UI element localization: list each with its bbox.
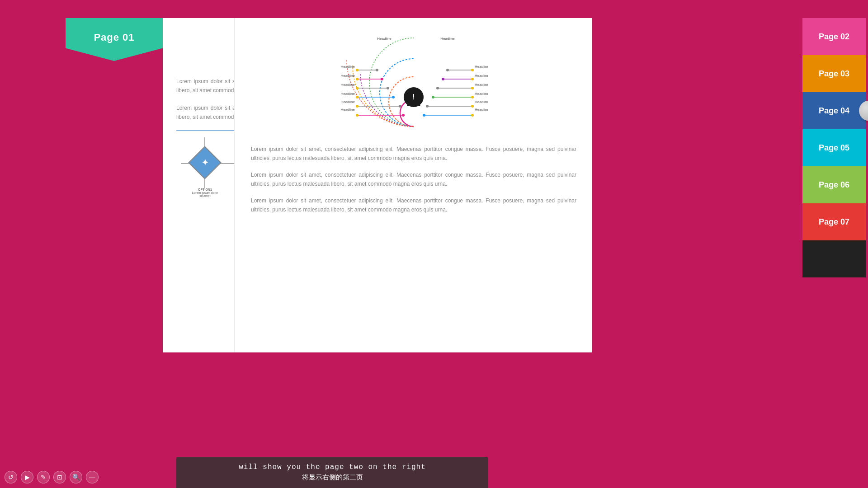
svg-point-29 (471, 96, 474, 99)
svg-text:Headline: Headline (475, 100, 488, 104)
svg-text:Headline: Headline (440, 37, 455, 41)
radial-svg: ! (339, 32, 488, 136)
svg-point-20 (376, 69, 378, 71)
svg-text:Headline: Headline (475, 74, 488, 78)
page01-tab[interactable]: Page 01 (66, 18, 163, 61)
svg-point-16 (356, 78, 359, 80)
svg-point-19 (356, 69, 359, 71)
svg-point-4 (356, 114, 359, 117)
svg-text:Headline: Headline (340, 74, 355, 78)
svg-point-31 (436, 87, 439, 89)
svg-text:Headline: Headline (340, 92, 355, 96)
scroll-knob[interactable] (859, 101, 868, 121)
svg-point-23 (471, 114, 474, 117)
tab-page04[interactable]: Page 04 (802, 92, 866, 129)
svg-point-5 (402, 114, 405, 117)
control-refresh[interactable]: ↺ (5, 471, 17, 483)
svg-text:Headline: Headline (340, 108, 355, 112)
radial-diagram: ! (339, 32, 488, 136)
svg-text:Headline: Headline (377, 37, 392, 41)
control-minus[interactable]: — (86, 471, 99, 483)
svg-point-11 (392, 96, 395, 99)
svg-point-10 (356, 96, 359, 99)
svg-point-7 (356, 105, 359, 108)
right-para-2: Lorem ipsum dolor sit amet, consectetuer… (251, 170, 576, 189)
subtitle-english: will show you the page two on the right (185, 463, 479, 471)
subtitle-bar: will show you the page two on the right … (176, 457, 488, 488)
svg-point-17 (381, 78, 383, 80)
subtitle-chinese: 将显示右侧的第二页 (185, 473, 479, 482)
svg-text:Headline: Headline (475, 83, 488, 87)
svg-text:Headline: Headline (475, 92, 488, 96)
svg-text:Headline: Headline (475, 108, 488, 112)
svg-point-34 (442, 78, 444, 80)
right-page: ! (234, 18, 592, 352)
svg-text:Headline: Headline (340, 83, 355, 87)
control-grid[interactable]: ⊡ (53, 471, 66, 483)
book-container: Page 01 Lorem ipsum dolor sit amet, cons… (66, 18, 592, 352)
svg-point-38 (471, 69, 474, 71)
svg-point-14 (387, 87, 389, 89)
svg-point-28 (432, 96, 434, 99)
svg-text:Headline: Headline (340, 65, 355, 69)
svg-text:Headline: Headline (340, 100, 355, 104)
right-para-3: Lorem ipsum dolor sit amet, consectetuer… (251, 196, 576, 215)
svg-point-26 (471, 105, 474, 108)
svg-point-13 (356, 87, 359, 89)
right-para-1: Lorem ipsum dolor sit amet, consectetuer… (251, 145, 576, 163)
tab-page02[interactable]: Page 02 (802, 18, 866, 55)
svg-point-22 (423, 114, 425, 117)
tab-page05[interactable]: Page 05 (802, 129, 866, 166)
control-play[interactable]: ▶ (21, 471, 33, 483)
bottom-controls: ↺ ▶ ✎ ⊡ 🔍 — (5, 471, 99, 483)
page01-label: Page 01 (94, 32, 134, 43)
svg-point-8 (399, 105, 401, 108)
tab-page03[interactable]: Page 03 (802, 55, 866, 92)
svg-point-25 (426, 105, 429, 108)
svg-point-37 (446, 69, 449, 71)
control-zoom[interactable]: 🔍 (70, 471, 82, 483)
tab-page06[interactable]: Page 06 (802, 166, 866, 203)
tab-page07[interactable]: Page 07 (802, 203, 866, 240)
diamond-item-1: ✦ OPTION1 Lorem ipsum dolor sit amet (190, 137, 220, 197)
tab-page08[interactable] (802, 240, 866, 277)
svg-point-32 (471, 87, 474, 89)
svg-point-35 (471, 78, 474, 80)
svg-text:Headline: Headline (475, 65, 488, 69)
radial-diagram-container: ! (251, 32, 576, 136)
svg-text:!: ! (412, 93, 415, 101)
page-tabs-panel: Page 02 Page 03 Page 04 Page 05 Page 06 … (802, 18, 868, 277)
control-edit[interactable]: ✎ (37, 471, 50, 483)
diamond-label-1: OPTION1 Lorem ipsum dolor sit amet (190, 188, 220, 197)
